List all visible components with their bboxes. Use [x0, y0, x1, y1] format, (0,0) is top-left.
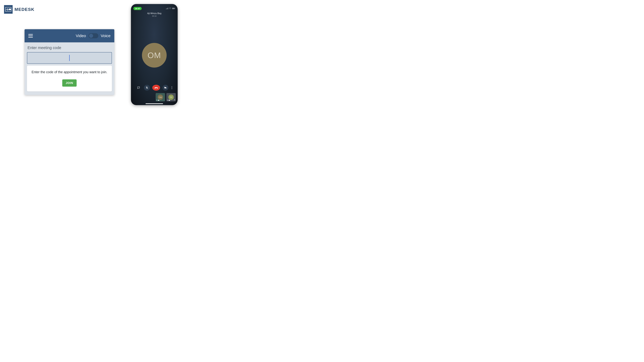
tile-avatar: OM [158, 94, 163, 100]
svg-rect-5 [168, 8, 168, 9]
caller-name: Aji Wmzu Bsg [131, 12, 178, 15]
call-mode-toggle-group: Video Voice [76, 33, 110, 38]
phone-mock: 16:07 Aji Wmzu Bsg 00:18 OM OM [131, 4, 178, 105]
call-duration: 00:18 [131, 15, 178, 17]
svg-rect-7 [172, 8, 174, 9]
star-icon [174, 98, 175, 101]
svg-rect-1 [9, 8, 10, 10]
panel-header: Video Voice [24, 29, 114, 42]
wifi-icon [169, 8, 171, 9]
meeting-code-input[interactable] [27, 52, 112, 64]
more-options-button[interactable] [171, 86, 173, 89]
mode-voice-label: Voice [101, 33, 110, 38]
meeting-code-label: Enter meeting code [28, 45, 112, 50]
svg-rect-3 [166, 8, 167, 9]
camera-off-button[interactable] [162, 85, 168, 91]
participant-tile-om[interactable]: OM [156, 93, 165, 101]
tile-avatar: TP [168, 94, 174, 100]
home-indicator [146, 103, 163, 104]
cam-off-icon [158, 100, 160, 101]
chat-button[interactable] [136, 85, 142, 91]
join-hint: Enter the code of the appointment you wa… [30, 70, 109, 74]
panel-body: Enter meeting code Enter the code of the… [24, 42, 114, 95]
status-time-pill: 16:07 [133, 7, 142, 10]
brand-icon [4, 5, 12, 14]
tile-status-icons [156, 100, 160, 101]
participant-tile-tp[interactable]: TP [166, 93, 176, 101]
call-header: Aji Wmzu Bsg 00:18 [131, 12, 178, 17]
svg-rect-4 [167, 8, 168, 9]
mic-off-icon [156, 100, 158, 101]
join-button[interactable]: JOIN [62, 79, 76, 87]
mode-video-label: Video [76, 33, 86, 38]
toggle-knob [89, 34, 93, 38]
brand-name: MEDESK [14, 7, 34, 12]
meeting-code-panel: Video Voice Enter meeting code Enter the… [24, 29, 114, 95]
end-call-button[interactable] [152, 85, 160, 91]
mute-button[interactable] [144, 85, 150, 91]
join-card: Enter the code of the appointment you wa… [27, 65, 112, 91]
status-icons [166, 8, 175, 9]
participant-tiles: OM TP [156, 93, 176, 101]
caller-avatar: OM [142, 43, 167, 67]
cam-off-icon [169, 100, 170, 101]
svg-marker-18 [174, 99, 175, 100]
mic-off-icon [167, 100, 168, 101]
svg-rect-8 [175, 8, 175, 9]
tile-status-icons [167, 100, 170, 101]
call-controls [131, 85, 178, 91]
status-bar: 16:07 [131, 6, 178, 10]
video-voice-toggle[interactable] [88, 33, 98, 38]
svg-rect-2 [166, 9, 166, 9]
brand-logo: MEDESK [4, 5, 34, 14]
menu-icon[interactable] [28, 34, 33, 37]
caller-avatar-initials: OM [148, 51, 161, 60]
text-caret [69, 55, 70, 61]
battery-icon [172, 8, 175, 9]
cellular-icon [166, 8, 168, 9]
